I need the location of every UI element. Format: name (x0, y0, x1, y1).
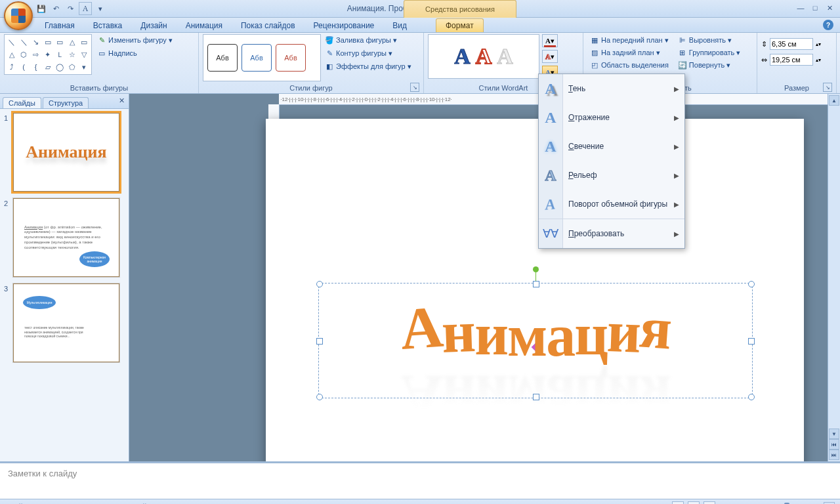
panel-close-icon[interactable]: ✕ (119, 96, 125, 105)
dialog-launcher-icon[interactable]: ↘ (823, 83, 832, 92)
menu-3d-rotation[interactable]: Поворот объемной фигуры▶ (563, 190, 684, 219)
resize-handle[interactable] (316, 394, 323, 400)
redo-icon[interactable]: ↷ (64, 3, 76, 14)
tab-view[interactable]: Вид (383, 19, 416, 32)
slide-thumbnail-1[interactable]: Анимация (13, 113, 119, 192)
send-to-back-button[interactable]: ▨На задний план ▾ (587, 47, 671, 58)
tab-home[interactable]: Главная (35, 19, 84, 32)
minimize-button[interactable]: ― (795, 3, 806, 13)
text-effects-dropdown: A A A A A ⱯⱯ Тень▶ Отражение▶ Свечение▶ … (538, 74, 685, 249)
resize-handle[interactable] (748, 338, 755, 345)
ribbon-tabs: Главная Вставка Дизайн Анимация Показ сл… (0, 18, 840, 33)
undo-icon[interactable]: ↶ (50, 3, 62, 14)
height-icon: ⇕ (761, 40, 767, 49)
tab-format[interactable]: Формат (436, 18, 484, 32)
fit-window-button[interactable]: ⊡ (824, 502, 835, 505)
edit-shape-icon: ✎ (97, 35, 106, 45)
slide-number: 3 (4, 284, 13, 362)
rotation3d-icon: A (545, 194, 555, 214)
style-thumb[interactable]: Абв (242, 44, 272, 72)
ribbon: ＼＼↘▭▭△▭ △⬡⇨✦Ｌ☆▽ ⤴({▱◯⬠▾ ✎Изменить фигуру… (0, 33, 840, 94)
resize-handle[interactable] (533, 281, 539, 287)
align-icon: ⊫ (678, 35, 687, 45)
group-button[interactable]: ⊞Группировать ▾ (675, 47, 744, 58)
slides-tab[interactable]: Слайды (3, 97, 41, 108)
group-shape-styles: Стили фигур↘ (203, 84, 419, 93)
tab-slideshow[interactable]: Показ слайдов (232, 19, 304, 32)
prev-slide-icon[interactable]: ⏮ (829, 439, 839, 450)
text-outline-button[interactable]: A▾ (542, 50, 558, 63)
slide-thumbnail-2[interactable]: Анимация (от фр. animation — оживление,о… (13, 198, 119, 277)
text-fill-button[interactable]: A▾ (542, 34, 558, 47)
bring-to-front-button[interactable]: ▦На передний план ▾ (587, 34, 671, 46)
help-button[interactable]: ? (823, 20, 833, 30)
style-thumb[interactable]: Абв (207, 44, 238, 72)
textbox-button[interactable]: ▭Надпись (94, 47, 175, 59)
menu-transform[interactable]: Преобразовать▶ (563, 219, 684, 248)
menu-reflection[interactable]: Отражение▶ (563, 103, 684, 132)
menu-bevel[interactable]: Рельеф▶ (563, 161, 684, 190)
vertical-scrollbar[interactable]: ▲ ▼ ⏮ ⏭ (828, 94, 840, 461)
resize-handle[interactable] (748, 281, 755, 287)
tab-review[interactable]: Рецензирование (304, 19, 384, 32)
style-thumb[interactable]: Абв (276, 44, 306, 72)
rotate-icon: 🔄 (678, 60, 687, 70)
restore-button[interactable]: □ (810, 3, 820, 13)
close-button[interactable]: ✕ (824, 3, 835, 13)
resize-handle[interactable] (316, 338, 323, 345)
shape-styles-gallery[interactable]: Абв Абв Абв (203, 34, 321, 81)
wordart-shape[interactable]: Анимация Анимация (318, 283, 753, 398)
wordart-reflection: Анимация (332, 362, 739, 430)
slide-number: 2 (4, 198, 13, 277)
qat-more-icon[interactable]: ▾ (94, 3, 106, 14)
rotation-handle[interactable] (533, 266, 539, 272)
shape-effects-button[interactable]: ◧Эффекты для фигур ▾ (322, 60, 414, 72)
office-button[interactable] (4, 1, 33, 30)
quick-access-toolbar: 💾 ↶ ↷ A ▾ (35, 2, 106, 15)
slide-panel: Слайды Структура ✕ 1 Анимация 2 Анимация… (0, 94, 129, 461)
shape-outline-button[interactable]: ✎Контур фигуры ▾ (322, 47, 414, 59)
menu-glow[interactable]: Свечение▶ (563, 132, 684, 161)
effects-icon: ◧ (325, 62, 334, 71)
titlebar: 💾 ↶ ↷ A ▾ Анимация. Проба - Microsoft Po… (0, 0, 840, 18)
insert-text-icon[interactable]: A (79, 2, 92, 15)
wordart-text[interactable]: Анимация (332, 290, 739, 358)
wordart-preset[interactable]: А (454, 44, 471, 69)
sorter-view-button[interactable] (688, 501, 700, 504)
slide-thumbnails: 1 Анимация 2 Анимация (от фр. animation … (0, 109, 129, 461)
workspace: Слайды Структура ✕ 1 Анимация 2 Анимация… (0, 94, 840, 461)
notes-pane[interactable]: Заметки к слайду (0, 461, 840, 499)
slideshow-view-button[interactable] (704, 501, 715, 504)
next-slide-icon[interactable]: ⏭ (829, 450, 839, 460)
normal-view-button[interactable] (672, 501, 684, 504)
change-shape-button[interactable]: ✎Изменить фигуру ▾ (94, 34, 175, 46)
tab-animation[interactable]: Анимация (177, 19, 232, 32)
dialog-launcher-icon[interactable]: ↘ (410, 83, 419, 92)
group-size: Размер↘ (761, 84, 832, 93)
save-icon[interactable]: 💾 (35, 3, 47, 14)
resize-handle[interactable] (316, 281, 323, 287)
slide-number: 1 (4, 113, 13, 192)
scroll-down-icon[interactable]: ▼ (829, 429, 839, 439)
width-input[interactable]: 19,25 см (770, 54, 813, 66)
resize-handle[interactable] (748, 394, 755, 400)
shapes-gallery[interactable]: ＼＼↘▭▭△▭ △⬡⇨✦Ｌ☆▽ ⤴({▱◯⬠▾ (4, 34, 92, 75)
rotate-button[interactable]: 🔄Повернуть ▾ (675, 59, 744, 71)
selection-pane-button[interactable]: ◰Область выделения (587, 59, 671, 71)
group-icon: ⊞ (678, 48, 687, 57)
align-button[interactable]: ⊫Выровнять ▾ (675, 34, 744, 46)
wordart-gallery[interactable]: А А А (428, 34, 539, 79)
outline-tab[interactable]: Структура (43, 97, 89, 108)
height-input[interactable]: 6,35 см (770, 38, 813, 50)
tab-insert[interactable]: Вставка (84, 19, 132, 32)
menu-shadow[interactable]: Тень▶ (563, 74, 684, 103)
slide-canvas[interactable]: Анимация Анимация (266, 119, 804, 461)
shape-fill-button[interactable]: 🪣Заливка фигуры ▾ (322, 34, 414, 46)
wordart-preset[interactable]: А (476, 44, 492, 69)
scroll-up-icon[interactable]: ▲ (829, 95, 839, 106)
wordart-preset[interactable]: А (497, 44, 513, 69)
tab-design[interactable]: Дизайн (131, 19, 176, 32)
textbox-icon: ▭ (97, 49, 106, 58)
edit-area: ·12·|·|·|·10·|·|·|·8·|·|·|·6·|·|·|·4·|·|… (129, 94, 840, 461)
slide-thumbnail-3[interactable]: Мультипликация текст описание мультиплик… (13, 284, 119, 362)
